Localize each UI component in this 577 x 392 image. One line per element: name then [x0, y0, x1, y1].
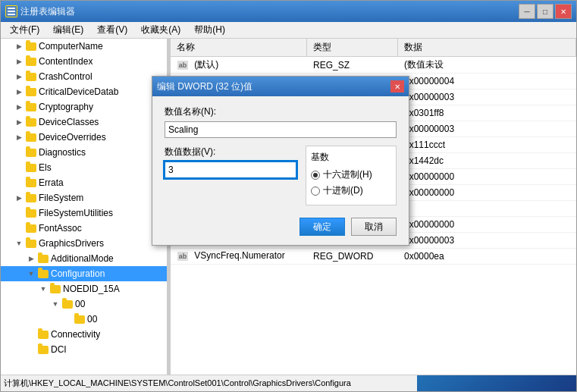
reg-cell-data: 0x1442dc	[398, 154, 576, 168]
tree-label: 00	[75, 299, 85, 309]
tree-item-graphicsdrivers[interactable]: ▼ GraphicsDrivers	[1, 236, 167, 251]
tree-item-contentindex[interactable]: ▶ ContentIndex	[1, 54, 167, 69]
tree-item-00-l5[interactable]: 00	[1, 312, 167, 327]
reg-cell-data: 0x00000004	[398, 74, 576, 88]
reg-cell-name: ab (默认)	[171, 57, 307, 73]
menu-help[interactable]: 帮助(H)	[188, 22, 231, 38]
field-name-label: 数值名称(N):	[165, 105, 397, 118]
folder-icon	[25, 177, 37, 188]
tree-item-crashcontrol[interactable]: ▶ CrashControl	[1, 69, 167, 84]
dialog-value-row: 数值数据(V): 基数 十六进制(H) 十进制(D)	[165, 146, 397, 205]
tree-item-configuration[interactable]: ▼ Configuration	[1, 266, 167, 281]
expand-arrow	[13, 177, 25, 189]
reg-cell-data	[398, 207, 576, 210]
reg-value-icon: ab	[177, 59, 189, 71]
tree-panel: ▶ ComputerName ▶ ContentIndex ▶ CrashCon…	[1, 39, 168, 375]
menu-edit[interactable]: 编辑(E)	[47, 22, 89, 38]
tree-item-filesystemutilities[interactable]: FileSystemUtilities	[1, 205, 167, 221]
expand-arrow: ▼	[37, 283, 49, 295]
reg-cell-data: 0x00000000	[398, 170, 576, 183]
reg-row-default[interactable]: ab (默认) REG_SZ (数值未设	[171, 57, 576, 74]
edit-dword-dialog: 编辑 DWORD (32 位)值 ✕ 数值名称(N): 数值数据(V): 基数 …	[152, 76, 409, 246]
reg-value-icon: ab	[177, 250, 189, 262]
watermark: 系统之家	[417, 375, 576, 391]
field-name-input[interactable]	[165, 121, 397, 138]
expand-arrow: ▶	[13, 131, 25, 143]
tree-label: ContentIndex	[39, 56, 93, 67]
tree-label: DeviceClasses	[39, 117, 99, 127]
folder-icon	[61, 299, 74, 309]
radio-dec-dot	[311, 187, 320, 196]
tree-label: Configuration	[51, 268, 105, 279]
expand-arrow: ▶	[13, 192, 25, 204]
expand-arrow	[13, 162, 25, 174]
tree-item-diagnostics[interactable]: Diagnostics	[1, 145, 167, 160]
reg-cell-data: 0x0000ea	[398, 249, 576, 263]
tree-item-criticaldevice[interactable]: ▶ CriticalDeviceDatab	[1, 84, 167, 99]
tree-label: CrashControl	[39, 71, 93, 82]
reg-cell-data: 0x00000000	[398, 186, 576, 199]
expand-arrow	[13, 207, 25, 219]
expand-arrow	[13, 146, 25, 158]
dialog-title: 编辑 DWORD (32 位)值	[157, 80, 387, 93]
tree-item-cryptography[interactable]: ▶ Cryptography	[1, 99, 167, 114]
folder-icon	[37, 329, 49, 340]
cancel-button[interactable]: 取消	[351, 218, 397, 236]
expand-arrow	[61, 313, 74, 325]
tree-label: ComputerName	[39, 41, 103, 52]
tree-item-connectivity[interactable]: Connectivity	[1, 327, 167, 342]
minimize-button[interactable]: ─	[519, 4, 535, 19]
folder-icon	[25, 102, 37, 112]
tree-item-fontassoc[interactable]: FontAssoc	[1, 221, 167, 236]
base-title: 基数	[311, 151, 391, 164]
radio-hex-label: 十六进制(H)	[323, 168, 372, 181]
menu-favorites[interactable]: 收藏夹(A)	[135, 22, 187, 38]
svg-rect-2	[8, 11, 15, 12]
maximize-button[interactable]: □	[537, 4, 553, 19]
close-button[interactable]: ✕	[555, 4, 572, 19]
dialog-close-button[interactable]: ✕	[390, 80, 404, 93]
field-data-input[interactable]	[165, 162, 296, 178]
menu-view[interactable]: 查看(V)	[91, 22, 133, 38]
reg-cell-data: 0x111ccct	[398, 138, 576, 152]
expand-arrow: ▶	[13, 86, 25, 98]
expand-arrow: ▶	[13, 55, 25, 67]
col-data-header: 数据	[398, 39, 576, 56]
title-bar: 注册表编辑器 ─ □ ✕	[1, 1, 576, 22]
tree-item-filesystem[interactable]: ▶ FileSystem	[1, 190, 167, 205]
tree-item-00-l4[interactable]: ▼ 00	[1, 296, 167, 312]
tree-item-deviceclasses[interactable]: ▶ DeviceClasses	[1, 114, 167, 130]
radio-dec-option[interactable]: 十进制(D)	[311, 184, 391, 197]
app-icon	[5, 5, 17, 17]
tree-label: 00	[87, 314, 97, 325]
tree-item-deviceoverrides[interactable]: ▶ DeviceOverrides	[1, 130, 167, 145]
reg-cell-data: 0x00000003	[398, 90, 576, 104]
tree-label: DeviceOverrides	[39, 132, 106, 143]
tree-item-noedid[interactable]: ▼ NOEDID_15A	[1, 281, 167, 296]
ok-button[interactable]: 确定	[299, 218, 345, 236]
reg-cell-data: 0x0301ff8	[398, 106, 576, 120]
expand-arrow: ▼	[49, 298, 61, 310]
radio-hex-option[interactable]: 十六进制(H)	[311, 168, 391, 181]
tree-item-computername[interactable]: ▶ ComputerName	[1, 39, 167, 54]
reg-cell-type: REG_SZ	[307, 58, 398, 72]
registry-header: 名称 类型 数据	[171, 39, 576, 57]
tree-label: FileSystemUtilities	[39, 208, 113, 218]
tree-item-els[interactable]: Els	[1, 160, 167, 175]
expand-arrow: ▶	[25, 252, 37, 265]
folder-icon	[25, 238, 37, 249]
folder-icon	[74, 314, 86, 325]
folder-icon	[49, 284, 61, 294]
tree-item-errata[interactable]: Errata	[1, 175, 167, 190]
folder-icon	[37, 253, 49, 264]
folder-icon	[25, 208, 37, 218]
expand-arrow	[25, 328, 37, 340]
reg-name-text: (默认)	[194, 59, 218, 70]
tree-label: Connectivity	[51, 329, 100, 340]
tree-item-additionalmode[interactable]: ▶ AdditionalMode	[1, 251, 167, 266]
col-type-header: 类型	[307, 39, 398, 56]
tree-label: FontAssoc	[39, 223, 82, 234]
reg-row-vsyncnum[interactable]: ab VSyncFreq.Numerator REG_DWORD 0x0000e…	[171, 249, 576, 265]
menu-file[interactable]: 文件(F)	[4, 22, 45, 38]
tree-item-dci[interactable]: DCI	[1, 342, 167, 357]
